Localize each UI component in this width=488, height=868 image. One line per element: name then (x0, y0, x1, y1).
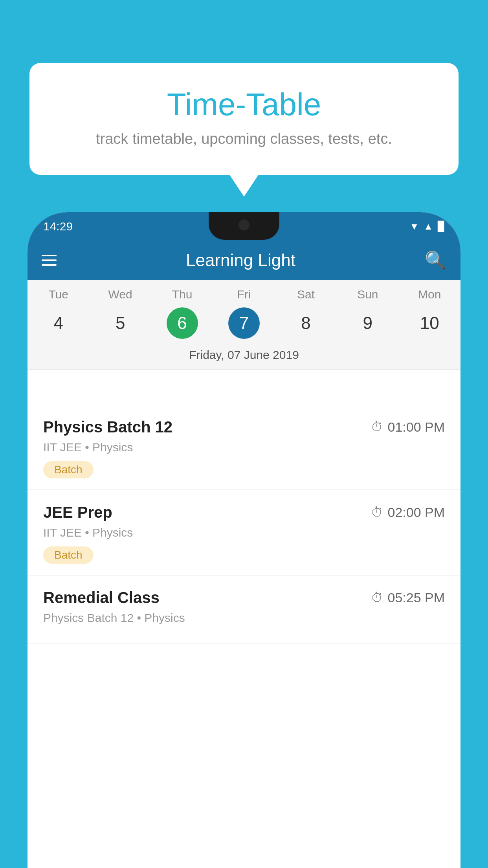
schedule-subtitle: Physics Batch 12 • Physics (43, 611, 445, 625)
schedule-time: ⏱ 02:00 PM (371, 505, 445, 520)
time-value: 02:00 PM (387, 505, 445, 520)
day-name: Wed (108, 288, 132, 301)
calendar-day-8[interactable]: Sat8 (275, 288, 337, 339)
day-number[interactable]: 6 (167, 307, 198, 339)
day-name: Sun (357, 288, 378, 301)
speech-bubble: Time-Table track timetable, upcoming cla… (29, 63, 459, 175)
wifi-icon: ▼ (409, 221, 419, 232)
day-number[interactable]: 10 (414, 307, 445, 339)
clock-icon: ⏱ (371, 505, 383, 520)
calendar-section: Tue4Wed5Thu6Fri7Sat8Sun9Mon10 Friday, 07… (28, 280, 460, 370)
clock-icon: ⏱ (371, 590, 383, 605)
bubble-subtitle: track timetable, upcoming classes, tests… (53, 131, 435, 147)
schedule-time: ⏱ 01:00 PM (371, 419, 445, 435)
calendar-day-7[interactable]: Fri7 (213, 288, 275, 339)
day-number[interactable]: 5 (105, 307, 136, 339)
calendar-day-10[interactable]: Mon10 (399, 288, 460, 339)
app-bar: Learning Light 🔍 (28, 241, 460, 280)
schedule-list: Physics Batch 12 ⏱ 01:00 PM IIT JEE • Ph… (28, 405, 460, 868)
day-number[interactable]: 4 (43, 307, 74, 339)
calendar-day-5[interactable]: Wed5 (89, 288, 151, 339)
day-number[interactable]: 8 (290, 307, 321, 339)
schedule-time: ⏱ 05:25 PM (371, 590, 445, 605)
time-value: 05:25 PM (387, 590, 445, 605)
search-button[interactable]: 🔍 (425, 250, 446, 270)
bubble-title: Time-Table (53, 86, 435, 123)
signal-icon: ▲ (424, 221, 433, 232)
calendar-day-9[interactable]: Sun9 (337, 288, 398, 339)
status-icons: ▼ ▲ ▉ (409, 221, 445, 232)
day-name: Tue (48, 288, 68, 301)
calendar-day-6[interactable]: Thu6 (151, 288, 213, 339)
schedule-item-header: Physics Batch 12 ⏱ 01:00 PM (43, 418, 445, 436)
day-number[interactable]: 9 (352, 307, 383, 339)
schedule-subtitle: IIT JEE • Physics (43, 441, 445, 454)
hamburger-menu-button[interactable] (42, 255, 57, 266)
day-name: Thu (172, 288, 193, 301)
schedule-item[interactable]: Physics Batch 12 ⏱ 01:00 PM IIT JEE • Ph… (28, 405, 460, 490)
calendar-day-4[interactable]: Tue4 (28, 288, 89, 339)
schedule-title: Remedial Class (43, 589, 160, 607)
schedule-title: JEE Prep (43, 504, 112, 521)
day-name: Fri (237, 288, 251, 301)
day-name: Sat (297, 288, 315, 301)
selected-date-label: Friday, 07 June 2019 (28, 343, 460, 369)
day-name: Mon (418, 288, 441, 301)
phone-screen: 14:29 ▼ ▲ ▉ Learning Light 🔍 Tue4Wed5Thu… (28, 212, 460, 868)
time-value: 01:00 PM (387, 419, 445, 435)
camera (238, 219, 250, 230)
phone-frame: 14:29 ▼ ▲ ▉ Learning Light 🔍 Tue4Wed5Thu… (28, 212, 460, 868)
schedule-item[interactable]: Remedial Class ⏱ 05:25 PM Physics Batch … (28, 576, 460, 644)
schedule-title: Physics Batch 12 (43, 418, 172, 436)
status-time: 14:29 (43, 220, 73, 233)
batch-badge: Batch (43, 461, 94, 478)
schedule-item[interactable]: JEE Prep ⏱ 02:00 PM IIT JEE • Physics Ba… (28, 490, 460, 576)
clock-icon: ⏱ (371, 420, 383, 434)
batch-badge: Batch (43, 546, 94, 564)
day-number[interactable]: 7 (228, 307, 260, 339)
schedule-item-header: Remedial Class ⏱ 05:25 PM (43, 589, 445, 607)
divider (28, 369, 460, 370)
schedule-item-header: JEE Prep ⏱ 02:00 PM (43, 504, 445, 521)
calendar-days-header: Tue4Wed5Thu6Fri7Sat8Sun9Mon10 (28, 280, 460, 343)
app-title: Learning Light (68, 250, 413, 270)
schedule-subtitle: IIT JEE • Physics (43, 526, 445, 539)
battery-icon: ▉ (438, 221, 445, 232)
